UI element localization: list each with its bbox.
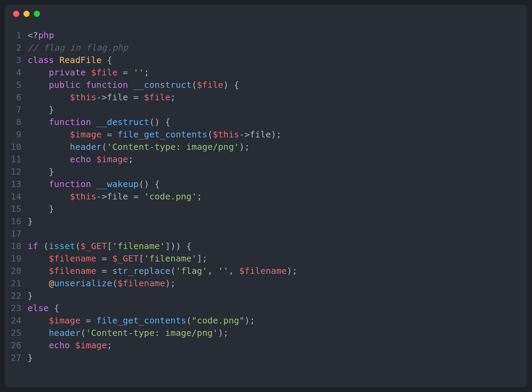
token xyxy=(28,92,70,102)
token: ReadFile xyxy=(59,55,102,65)
code-content[interactable]: if (isset($_GET['filename'])) { xyxy=(28,240,527,252)
code-line[interactable]: 17 xyxy=(5,227,527,240)
code-content[interactable]: private $file = ''; xyxy=(28,66,527,79)
code-line[interactable]: 20 $filename = str_replace('flag', '', $… xyxy=(5,265,527,277)
code-content[interactable]: $filename = $_GET['filename']; xyxy=(28,252,527,265)
token: , xyxy=(228,266,239,276)
zoom-icon[interactable] xyxy=(34,11,40,17)
token: ( xyxy=(112,278,117,288)
line-number: 15 xyxy=(5,203,28,215)
code-content[interactable]: header('Content-type: image/png'); xyxy=(28,141,527,153)
code-line[interactable]: 6 $this->file = $file; xyxy=(5,91,527,103)
token: } xyxy=(28,352,33,363)
code-content[interactable]: echo $image; xyxy=(28,153,527,165)
token xyxy=(28,328,49,338)
line-number: 4 xyxy=(5,66,28,79)
code-line[interactable]: 26 echo $image; xyxy=(5,339,527,351)
code-line[interactable]: 25 header('Content-type: image/png'); xyxy=(5,327,527,339)
code-content[interactable]: // flag in flag.php xyxy=(28,41,527,54)
code-content[interactable]: @unserialize($filename); xyxy=(28,277,527,289)
token: } xyxy=(28,204,54,214)
code-content[interactable]: echo $image; xyxy=(28,339,527,351)
token: $file xyxy=(144,92,171,102)
code-content[interactable]: $this->file = 'code.png'; xyxy=(28,190,527,203)
token: [ xyxy=(139,253,144,264)
code-line[interactable]: 21 @unserialize($filename); xyxy=(5,277,527,289)
window-titlebar xyxy=(5,5,527,23)
code-content[interactable]: } xyxy=(28,351,527,364)
token: ])) { xyxy=(165,241,192,251)
code-line[interactable]: 15 } xyxy=(5,203,527,215)
code-line[interactable]: 7 } xyxy=(5,103,527,116)
code-line[interactable]: 4 private $file = ''; xyxy=(5,66,527,79)
minimize-icon[interactable] xyxy=(23,11,30,17)
code-content[interactable]: $image = file_get_contents($this->file); xyxy=(28,128,527,141)
code-content[interactable]: <?php xyxy=(28,29,527,41)
code-line[interactable]: 12 } xyxy=(5,165,527,178)
line-number: 20 xyxy=(5,265,28,277)
token: ]; xyxy=(197,253,207,264)
code-line[interactable]: 8 function __destruct() { xyxy=(5,116,527,128)
token: () { xyxy=(139,179,160,189)
token: $image xyxy=(75,340,107,350)
line-number: 7 xyxy=(5,103,28,116)
code-content[interactable]: $filename = str_replace('flag', '', $fil… xyxy=(28,265,527,277)
token: __wakeup xyxy=(96,179,139,189)
code-content[interactable]: class ReadFile { xyxy=(28,54,527,66)
code-line[interactable]: 16} xyxy=(5,215,527,227)
code-line[interactable]: 27} xyxy=(5,351,527,364)
code-line[interactable]: 10 header('Content-type: image/png'); xyxy=(5,141,527,153)
code-content[interactable]: } xyxy=(28,289,527,302)
token xyxy=(91,179,96,189)
code-line[interactable]: 19 $filename = $_GET['filename']; xyxy=(5,252,527,265)
token: $this xyxy=(213,129,239,140)
code-content[interactable]: $this->file = $file; xyxy=(28,91,527,103)
code-content[interactable]: } xyxy=(28,103,527,116)
token: ); xyxy=(218,328,229,338)
token xyxy=(28,278,49,288)
token xyxy=(86,67,91,78)
code-line[interactable]: 13 function __wakeup() { xyxy=(5,178,527,190)
code-editor[interactable]: 1<?php2// flag in flag.php3class ReadFil… xyxy=(5,23,527,387)
code-content[interactable]: header('Content-type: image/png'); xyxy=(28,327,527,339)
code-content[interactable]: } xyxy=(28,165,527,178)
token xyxy=(28,340,49,350)
code-content[interactable]: $image = file_get_contents("code.png"); xyxy=(28,314,527,327)
token: private xyxy=(49,67,85,78)
code-line[interactable]: 11 echo $image; xyxy=(5,153,527,165)
token: str_replace xyxy=(112,266,171,276)
token: if xyxy=(28,241,38,251)
line-number: 3 xyxy=(5,54,28,66)
code-content[interactable]: function __wakeup() { xyxy=(28,178,527,190)
token: ; xyxy=(107,340,112,350)
token: ->file = xyxy=(96,191,144,202)
code-line[interactable]: 1<?php xyxy=(5,29,527,41)
token xyxy=(54,55,59,65)
code-line[interactable]: 5 public function __construct($file) { xyxy=(5,79,527,91)
code-line[interactable]: 18if (isset($_GET['filename'])) { xyxy=(5,240,527,252)
token xyxy=(91,117,96,127)
code-line[interactable]: 23else { xyxy=(5,302,527,314)
line-number: 25 xyxy=(5,327,28,339)
code-content[interactable]: } xyxy=(28,215,527,227)
token: () { xyxy=(149,117,170,127)
code-line[interactable]: 2// flag in flag.php xyxy=(5,41,527,54)
token: class xyxy=(28,55,54,65)
code-line[interactable]: 3class ReadFile { xyxy=(5,54,527,66)
code-line[interactable]: 24 $image = file_get_contents("code.png"… xyxy=(5,314,527,327)
token xyxy=(28,142,70,152)
line-number: 2 xyxy=(5,41,28,54)
token: 'filename' xyxy=(144,253,197,264)
code-content[interactable]: else { xyxy=(28,302,527,314)
line-number: 27 xyxy=(5,351,28,364)
token: = xyxy=(102,129,117,140)
code-line[interactable]: 14 $this->file = 'code.png'; xyxy=(5,190,527,203)
close-icon[interactable] xyxy=(13,11,19,17)
code-line[interactable]: 22} xyxy=(5,289,527,302)
code-content[interactable]: } xyxy=(28,203,527,215)
line-number: 18 xyxy=(5,240,28,252)
token: public xyxy=(49,80,80,90)
code-content[interactable]: function __destruct() { xyxy=(28,116,527,128)
code-content[interactable]: public function __construct($file) { xyxy=(28,79,527,91)
code-line[interactable]: 9 $image = file_get_contents($this->file… xyxy=(5,128,527,141)
